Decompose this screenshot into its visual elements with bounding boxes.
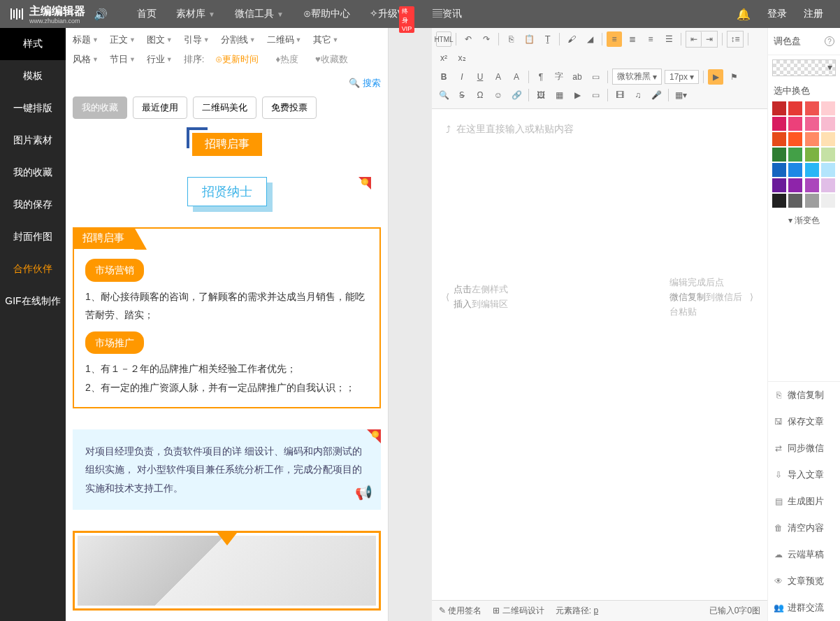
color-swatch[interactable] — [821, 194, 835, 208]
tb-align-left-icon[interactable]: ≡ — [607, 31, 622, 47]
sort-hot[interactable]: ♦热度 — [275, 53, 298, 66]
btn-my-fav[interactable]: 我的收藏 — [73, 97, 127, 119]
tb-text-paste-icon[interactable]: Ṯ — [540, 31, 555, 47]
footer-qr[interactable]: ⊞ 二维码设计 — [493, 605, 544, 617]
tb-size-select[interactable]: 17px▾ — [665, 70, 699, 84]
tb-paste-icon[interactable]: 📋 — [521, 31, 537, 47]
action-导入文章[interactable]: ⇩导入文章 — [768, 462, 840, 488]
tb-align-right-icon[interactable]: ≡ — [643, 31, 658, 47]
btn-free-vote[interactable]: 免费投票 — [262, 97, 317, 119]
filter-industry[interactable]: 行业▼ — [147, 53, 173, 66]
color-swatch[interactable] — [772, 117, 786, 131]
tb-find-icon[interactable]: 🔍 — [436, 87, 451, 103]
tb-sup-icon[interactable]: x² — [436, 50, 451, 66]
color-swatch[interactable] — [821, 101, 835, 115]
color-swatch[interactable] — [821, 163, 835, 177]
tb-word-icon[interactable]: 字 — [551, 69, 567, 85]
color-swatch[interactable] — [805, 132, 819, 146]
style-card-3[interactable]: 招聘启事 市场营销 1、耐心接待顾客的咨询，了解顾客的需求并达成当月销售，能吃苦… — [73, 227, 381, 408]
color-swatch[interactable] — [805, 178, 819, 192]
tb-sub-icon[interactable]: x₂ — [454, 50, 470, 66]
tb-card-icon[interactable]: ▭ — [588, 87, 603, 103]
tb-italic-icon[interactable]: I — [454, 69, 470, 85]
tb-eraser-icon[interactable]: ◢ — [582, 31, 598, 47]
tb-bgfill-icon[interactable]: ab — [570, 69, 585, 85]
tb-marker-icon[interactable]: ▶ — [708, 69, 723, 85]
nav-upgrade-vip[interactable]: 终身VIP✧升级VIP — [370, 8, 414, 20]
color-swatch[interactable] — [821, 117, 835, 131]
nav-library[interactable]: 素材库▼ — [176, 8, 215, 20]
tb-indent-icon[interactable]: ⇤ — [686, 31, 702, 47]
filter-image-text[interactable]: 图文▼ — [147, 34, 173, 46]
tb-copy-icon[interactable]: ⎘ — [503, 31, 519, 47]
color-swatch[interactable] — [772, 163, 786, 177]
btn-recent[interactable]: 最近使用 — [133, 97, 187, 119]
style-card-1[interactable]: 招聘启事 — [73, 133, 381, 156]
tb-mic-icon[interactable]: 🎤 — [649, 87, 664, 103]
tb-film-icon[interactable]: 🎞 — [612, 87, 628, 103]
tb-video-icon[interactable]: ▶ — [570, 87, 585, 103]
tb-bgcolor-icon[interactable]: A — [509, 69, 524, 85]
tb-line-height-icon[interactable]: ↕≡ — [727, 31, 743, 47]
login-link[interactable]: 登录 — [767, 8, 787, 20]
sort-update[interactable]: ⊙更新时间 — [215, 53, 259, 66]
tb-outdent-icon[interactable]: ⇥ — [702, 31, 717, 47]
sidebar-item-partner[interactable]: 合作伙伴 — [0, 253, 66, 285]
tb-omega-icon[interactable]: Ω — [472, 87, 488, 103]
tb-html[interactable]: HTML — [436, 31, 451, 47]
bell-icon[interactable]: 🔔 — [737, 8, 751, 21]
nav-news[interactable]: ▤资讯 — [433, 8, 462, 20]
color-swatch[interactable] — [805, 148, 819, 162]
tb-redo-icon[interactable]: ↷ — [479, 31, 494, 47]
action-清空内容[interactable]: 🗑清空内容 — [768, 515, 840, 541]
tb-emoji-icon[interactable]: ☺ — [491, 87, 506, 103]
filter-qrcode[interactable]: 二维码▼ — [267, 34, 302, 46]
color-swatch[interactable] — [772, 194, 786, 208]
search-link[interactable]: 🔍 搜索 — [349, 77, 381, 90]
action-进群交流[interactable]: 👥进群交流 — [768, 594, 840, 621]
tb-underline-icon[interactable]: U — [472, 69, 488, 85]
color-swatch[interactable] — [805, 163, 819, 177]
color-swatch[interactable] — [805, 194, 819, 208]
color-swatch[interactable] — [805, 101, 819, 115]
nav-home[interactable]: 首页 — [137, 8, 157, 20]
color-swatch[interactable] — [821, 132, 835, 146]
tb-align-justify-icon[interactable]: ☰ — [661, 31, 676, 47]
transparent-swatch[interactable] — [772, 59, 836, 76]
filter-title[interactable]: 标题▼ — [73, 34, 99, 46]
gradient-link[interactable]: ▾ 渐变色 — [768, 208, 840, 234]
nav-help[interactable]: ⊙帮助中心 — [303, 8, 350, 20]
tb-font-select[interactable]: 微软雅黑▾ — [612, 69, 662, 85]
tb-align-center-icon[interactable]: ≣ — [625, 31, 640, 47]
sort-fav[interactable]: ♥收藏数 — [315, 53, 348, 66]
color-swatch[interactable] — [772, 132, 786, 146]
color-swatch[interactable] — [788, 117, 802, 131]
style-card-4[interactable]: 对项目经理负责，负责软件项目的详 细设计、编码和内部测试的组织实施， 对小型软件… — [73, 429, 381, 511]
filter-other[interactable]: 其它▼ — [313, 34, 339, 46]
color-swatch[interactable] — [805, 117, 819, 131]
tb-undo-icon[interactable]: ↶ — [461, 31, 476, 47]
filter-festival[interactable]: 节日▼ — [110, 53, 136, 66]
sidebar-item-template[interactable]: 模板 — [0, 60, 66, 92]
tb-link-icon[interactable]: 🔗 — [509, 87, 524, 103]
tb-fontcolor-icon[interactable]: A — [491, 69, 506, 85]
tb-brush-icon[interactable]: 🖌 — [564, 31, 579, 47]
style-card-5[interactable] — [73, 531, 381, 611]
sidebar-item-favorites[interactable]: 我的收藏 — [0, 157, 66, 189]
filter-style-cat[interactable]: 风格▼ — [73, 53, 99, 66]
action-同步微信[interactable]: ⇄同步微信 — [768, 435, 840, 462]
help-icon[interactable]: ? — [825, 36, 834, 46]
sidebar-item-images[interactable]: 图片素材 — [0, 124, 66, 157]
sidebar-item-cover[interactable]: 封面作图 — [0, 221, 66, 253]
tb-paragraph-icon[interactable]: ¶ — [533, 69, 549, 85]
action-文章预览[interactable]: 👁文章预览 — [768, 568, 840, 594]
color-swatch[interactable] — [788, 194, 802, 208]
tb-image-icon[interactable]: 🖼 — [533, 87, 549, 103]
filter-guide[interactable]: 引导▼ — [184, 34, 210, 46]
filter-body[interactable]: 正文▼ — [110, 34, 136, 46]
action-生成图片[interactable]: ▤生成图片 — [768, 488, 840, 515]
color-swatch[interactable] — [788, 178, 802, 192]
sidebar-item-saved[interactable]: 我的保存 — [0, 189, 66, 221]
sidebar-item-gif[interactable]: GIF在线制作 — [0, 285, 66, 317]
tb-border-icon[interactable]: ▭ — [588, 69, 603, 85]
